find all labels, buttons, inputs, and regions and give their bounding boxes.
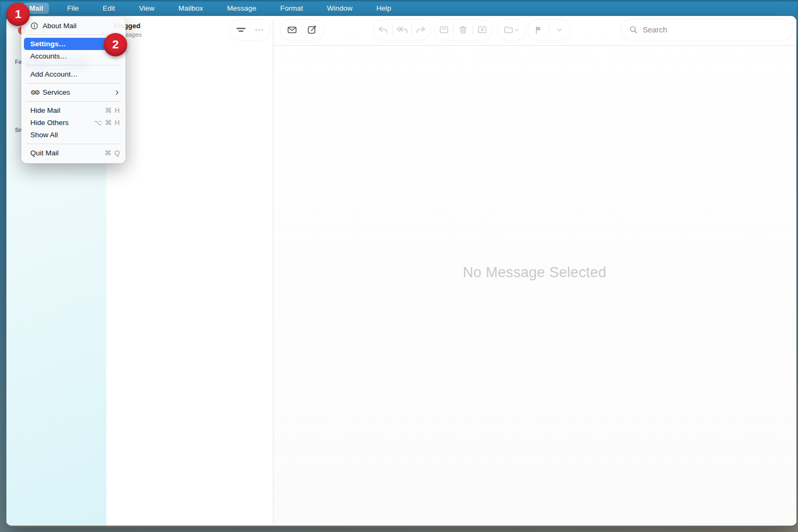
menubar-item-file[interactable]: File: [61, 3, 85, 14]
menu-divider: [26, 144, 121, 144]
menu-divider: [26, 35, 121, 35]
menu-item-add-account[interactable]: Add Account…: [21, 68, 126, 80]
divider: [549, 24, 550, 35]
menu-shortcut: ⌘ Q: [104, 149, 120, 157]
step-2-badge: 2: [104, 33, 127, 56]
search-field[interactable]: [621, 19, 793, 40]
menu-item-label: Quit Mail: [30, 149, 59, 157]
menu-item-label: Show All: [30, 131, 58, 139]
menu-divider: [26, 83, 121, 84]
search-icon: [629, 25, 638, 35]
message-list-pane: [106, 16, 273, 526]
menu-shortcut: ⌥ ⌘ H: [94, 119, 120, 127]
envelope-icon: [286, 24, 298, 35]
compose-icon: [306, 24, 318, 35]
menubar-item-window[interactable]: Window: [321, 3, 358, 14]
reply-icon: [377, 24, 389, 35]
menubar-item-edit[interactable]: Edit: [97, 3, 121, 14]
step-1-badge: 1: [6, 3, 30, 26]
trash-button[interactable]: [455, 22, 471, 38]
reply-all-button[interactable]: [394, 22, 410, 38]
menu-bar: Mail File Edit View Mailbox Message Form…: [0, 0, 798, 16]
list-options-group: [230, 20, 270, 40]
search-input[interactable]: [643, 26, 781, 34]
archive-button[interactable]: [436, 22, 452, 38]
reply-all-icon: [396, 24, 408, 35]
flag-button[interactable]: [530, 22, 546, 38]
menu-item-label: Services: [43, 88, 70, 96]
gears-icon: ⚙⚙: [30, 89, 43, 96]
more-icon: [254, 24, 264, 35]
menu-item-label: Hide Mail: [30, 106, 60, 114]
more-options-button[interactable]: [251, 22, 267, 38]
menubar-item-view[interactable]: View: [133, 3, 160, 14]
mail-actions-group: [280, 20, 324, 40]
menubar-item-mailbox[interactable]: Mailbox: [172, 3, 209, 14]
compose-button[interactable]: [304, 22, 320, 38]
info-icon: [30, 22, 43, 30]
menubar-item-format[interactable]: Format: [275, 3, 309, 14]
menubar-item-message[interactable]: Message: [221, 3, 262, 14]
forward-icon: [415, 24, 427, 35]
divider: [472, 24, 473, 35]
flag-options-button[interactable]: [552, 22, 568, 38]
delete-actions-group: [435, 20, 492, 40]
filter-button[interactable]: [233, 22, 249, 38]
move-to-folder-button[interactable]: [502, 22, 522, 38]
filter-icon: [235, 24, 247, 35]
menu-item-label: Add Account…: [30, 70, 78, 78]
menu-item-label: Hide Others: [30, 119, 69, 127]
menubar-item-help[interactable]: Help: [370, 3, 397, 14]
archive-icon: [438, 24, 450, 35]
chevron-right-icon: [114, 89, 120, 96]
divider: [411, 24, 412, 35]
menu-item-hide-others[interactable]: Hide Others ⌥ ⌘ H: [21, 117, 126, 129]
menu-shortcut: ⌘ H: [105, 106, 120, 114]
menu-item-label: Settings…: [30, 40, 66, 48]
menu-item-about-mail[interactable]: About Mail: [21, 20, 126, 32]
divider: [453, 24, 454, 35]
toolbar-divider: [273, 45, 796, 46]
menu-item-quit-mail[interactable]: Quit Mail ⌘ Q: [21, 147, 126, 159]
menu-item-hide-mail[interactable]: Hide Mail ⌘ H: [21, 104, 126, 117]
flag-actions-group: [528, 20, 570, 40]
message-view-pane: No Message Selected: [273, 16, 796, 526]
menu-item-label: Accounts…: [30, 52, 67, 60]
chevron-down-icon: [555, 26, 563, 34]
pane-divider[interactable]: [273, 20, 273, 525]
folder-icon: [503, 24, 514, 35]
get-mail-button[interactable]: [284, 22, 300, 38]
move-actions-group: [497, 20, 526, 40]
empty-state-text: No Message Selected: [463, 264, 606, 281]
junk-icon: [477, 24, 488, 35]
menu-divider: [26, 65, 121, 65]
reply-button[interactable]: [375, 22, 391, 38]
forward-button[interactable]: [413, 22, 429, 38]
chevron-down-icon: [514, 27, 520, 33]
flag-icon: [534, 25, 544, 35]
divider: [392, 24, 393, 35]
menu-divider: [26, 101, 121, 102]
junk-button[interactable]: [475, 22, 491, 38]
reply-actions-group: [373, 20, 430, 40]
trash-icon: [458, 24, 469, 35]
menu-item-show-all[interactable]: Show All: [21, 129, 126, 141]
menu-item-label: About Mail: [43, 22, 77, 30]
menu-item-services[interactable]: ⚙⚙ Services: [21, 86, 126, 98]
